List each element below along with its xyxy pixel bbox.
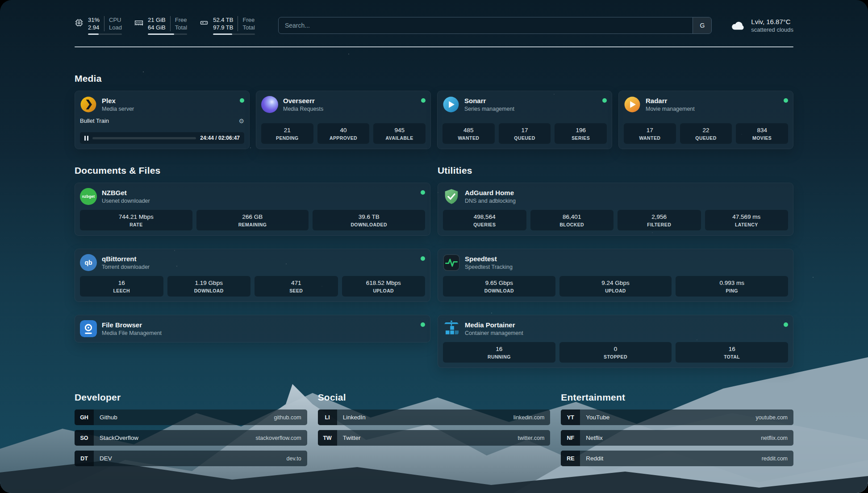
stat-queued: 22QUEUED: [680, 123, 732, 144]
stat-remaining: 266 GBREMAINING: [196, 210, 309, 230]
bookmark-github[interactable]: GH Github github.com: [75, 409, 307, 425]
pause-icon[interactable]: [84, 136, 88, 141]
bookmark-url: linkedin.com: [513, 414, 544, 421]
bookmark-name: StackOverflow: [100, 435, 138, 441]
bookmark-netflix[interactable]: NF Netflix netflix.com: [561, 430, 793, 446]
documents-column: Documents & Files nzbget NZBGet Usenet d…: [75, 165, 430, 368]
status-dot: [784, 98, 788, 103]
service-name: Speedtest: [465, 255, 513, 263]
stat-pending: 21PENDING: [261, 123, 313, 144]
weather-widget[interactable]: Lviv, 16.87°C scattered clouds: [730, 18, 793, 33]
bookmark-reddit[interactable]: RE Reddit reddit.com: [561, 451, 793, 466]
now-playing-title: Bullet Train: [80, 117, 109, 124]
stat-download: 1.19 GbpsDOWNLOAD: [167, 276, 251, 297]
portainer-card[interactable]: Media Portainer Container management 16R…: [438, 315, 793, 368]
bookmark-abbr: RE: [561, 451, 580, 466]
service-name: Overseerr: [283, 97, 323, 105]
plex-player-bar: 24:44 / 02:06:47: [80, 132, 244, 144]
disk-icon: [200, 18, 209, 27]
overseerr-card[interactable]: Overseerr Media Requests 21PENDING 40APP…: [256, 91, 431, 149]
bookmark-url: reddit.com: [762, 455, 788, 462]
cloud-icon: [730, 20, 746, 31]
snow-specks: [0, 0, 1, 1]
memory-total-label: Total: [170, 24, 187, 31]
service-name: File Browser: [102, 321, 162, 329]
service-description: DNS and adblocking: [465, 198, 516, 204]
bookmark-name: Twitter: [343, 435, 361, 441]
filebrowser-icon: [80, 320, 97, 337]
section-title-social: Social: [318, 392, 551, 403]
status-dot: [421, 256, 425, 261]
stat-movies: 834MOVIES: [736, 123, 788, 144]
cpu-progress-bar: [88, 33, 122, 35]
bookmark-linkedin[interactable]: LI LinkedIn linkedin.com: [318, 409, 551, 425]
adguard-card[interactable]: AdGuard Home DNS and adblocking 498,564Q…: [438, 183, 793, 236]
bookmark-abbr: NF: [561, 430, 580, 446]
bookmark-stackoverflow[interactable]: SO StackOverflow stackoverflow.com: [75, 430, 307, 446]
bookmark-youtube[interactable]: YT YouTube youtube.com: [561, 409, 793, 425]
qbittorrent-icon: qb: [80, 254, 97, 271]
bookmark-name: Reddit: [586, 455, 603, 462]
disk-total-label: Total: [238, 24, 255, 31]
stat-stopped: 0STOPPED: [559, 342, 672, 363]
search-engine-button[interactable]: G: [693, 17, 711, 33]
filebrowser-card[interactable]: File Browser Media File Management: [75, 315, 430, 343]
stat-running: 16RUNNING: [443, 342, 555, 363]
nzbget-card[interactable]: nzbget NZBGet Usenet downloader 744.21 M…: [75, 183, 430, 236]
radarr-card[interactable]: Radarr Movie management 17WANTED 22QUEUE…: [618, 91, 793, 149]
search-bar: G: [278, 17, 712, 34]
system-widgets: 31% CPU 2.94 Load 21 GiB Free 64 GiB: [75, 16, 255, 35]
cpu-usage-label: CPU: [104, 16, 122, 24]
service-description: Media Requests: [283, 106, 323, 112]
stat-total: 16TOTAL: [676, 342, 788, 363]
entertainment-bookmarks: Entertainment YT YouTube youtube.com NF …: [561, 392, 793, 471]
status-dot: [602, 98, 607, 103]
stat-series: 196SERIES: [555, 123, 607, 144]
utilities-column: Utilities AdGuard Home DNS and adblockin…: [438, 165, 793, 368]
service-description: Torrent downloader: [102, 264, 150, 270]
plex-card[interactable]: Plex Media server Bullet Train ⚙ 24:44 /…: [75, 91, 250, 149]
service-name: NZBGet: [102, 189, 150, 197]
bookmark-abbr: DT: [75, 451, 94, 466]
status-dot: [421, 322, 425, 327]
bookmark-name: Github: [100, 414, 117, 421]
bookmark-url: dev.to: [287, 455, 301, 462]
cpu-icon: [75, 18, 83, 27]
memory-progress-bar: [148, 33, 187, 35]
speedtest-icon: [443, 254, 460, 271]
cpu-usage-value: 31%: [88, 16, 104, 24]
bookmark-abbr: LI: [318, 409, 337, 425]
bookmark-dev[interactable]: DT DEV dev.to: [75, 451, 307, 466]
stat-upload: 9.24 GbpsUPLOAD: [559, 276, 672, 297]
disk-total-value: 97.9 TB: [213, 24, 238, 31]
service-name: Radarr: [646, 97, 695, 105]
cpu-widget: 31% CPU 2.94 Load: [75, 16, 122, 35]
status-dot: [421, 98, 426, 103]
sonarr-card[interactable]: Sonarr Series management 485WANTED 17QUE…: [437, 91, 612, 149]
stat-queries: 498,564QUERIES: [443, 210, 526, 230]
bookmark-url: youtube.com: [755, 414, 788, 421]
weather-location: Lviv, 16.87°C: [751, 18, 793, 25]
section-title-utilities: Utilities: [438, 165, 793, 176]
stat-download: 9.65 GbpsDOWNLOAD: [443, 276, 555, 297]
service-name: AdGuard Home: [465, 189, 516, 197]
speedtest-card[interactable]: Speedtest Speedtest Tracking 9.65 GbpsDO…: [438, 249, 793, 302]
search-input[interactable]: [279, 17, 693, 33]
disk-widget: 52.4 TB Free 97.9 TB Total: [200, 16, 255, 35]
top-bar: 31% CPU 2.94 Load 21 GiB Free 64 GiB: [75, 0, 793, 35]
memory-total-value: 64 GiB: [148, 24, 170, 31]
section-title-developer: Developer: [75, 392, 307, 403]
bookmark-abbr: TW: [318, 430, 337, 446]
bookmark-twitter[interactable]: TW Twitter twitter.com: [318, 430, 551, 446]
gear-icon[interactable]: ⚙: [238, 118, 244, 124]
playback-progress[interactable]: [92, 137, 196, 139]
weather-condition: scattered clouds: [751, 26, 793, 33]
service-description: Series management: [464, 106, 514, 112]
stat-approved: 40APPROVED: [317, 123, 370, 144]
qbittorrent-card[interactable]: qb qBittorrent Torrent downloader 16LEEC…: [75, 249, 430, 302]
service-name: Sonarr: [464, 97, 514, 105]
section-title-entertainment: Entertainment: [561, 392, 793, 403]
service-name: Plex: [102, 97, 134, 105]
service-description: Media File Management: [102, 330, 162, 336]
memory-free-label: Free: [170, 16, 187, 24]
